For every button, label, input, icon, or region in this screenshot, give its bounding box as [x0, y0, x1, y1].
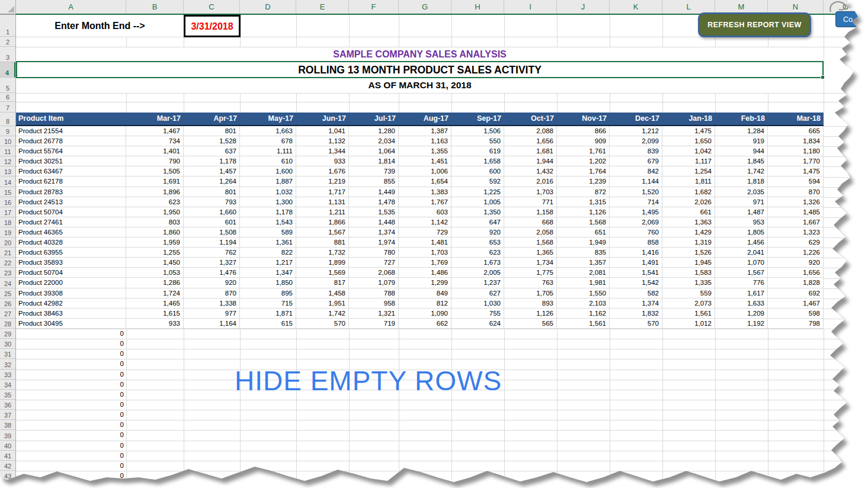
value-cell[interactable]: 559: [662, 288, 715, 298]
value-cell[interactable]: 855: [349, 176, 399, 187]
row-header-26[interactable]: 26: [0, 298, 15, 309]
value-cell[interactable]: 1,387: [399, 126, 451, 136]
row-header-9[interactable]: 9: [0, 126, 15, 136]
value-cell[interactable]: 615: [240, 319, 296, 329]
row-header-32[interactable]: 32: [0, 359, 15, 369]
value-cell[interactable]: 1,506: [451, 126, 504, 136]
value-cell[interactable]: 1,448: [349, 217, 399, 227]
product-cell[interactable]: Product 50704: [16, 207, 126, 217]
value-cell[interactable]: 842: [610, 166, 662, 176]
value-cell[interactable]: 1,633: [715, 298, 768, 309]
value-cell[interactable]: 1,818: [715, 176, 768, 187]
value-cell[interactable]: 1,209: [715, 309, 768, 319]
value-cell[interactable]: 870: [768, 187, 824, 197]
row-header-3[interactable]: 3: [0, 47, 15, 62]
value-cell[interactable]: 1,481: [399, 237, 451, 248]
value-cell[interactable]: 1,315: [557, 197, 610, 207]
value-cell[interactable]: 858: [610, 237, 662, 248]
value-cell[interactable]: 692: [768, 288, 824, 298]
value-cell[interactable]: 1,467: [768, 298, 824, 309]
table-header-cell[interactable]: May-17: [240, 113, 296, 125]
value-cell[interactable]: 2,073: [662, 298, 715, 309]
value-cell[interactable]: 1,828: [768, 278, 824, 288]
value-cell[interactable]: 1,569: [296, 268, 349, 278]
value-cell[interactable]: 565: [504, 319, 557, 329]
value-cell[interactable]: 1,475: [768, 166, 824, 176]
select-all-corner[interactable]: [0, 0, 16, 15]
value-cell[interactable]: 872: [557, 187, 610, 197]
value-cell[interactable]: 1,734: [504, 258, 557, 268]
table-header-cell[interactable]: Mar-17: [126, 113, 184, 125]
value-cell[interactable]: 1,767: [399, 197, 451, 207]
value-cell[interactable]: 1,344: [296, 146, 349, 156]
value-cell[interactable]: 1,142: [399, 217, 451, 227]
value-cell[interactable]: 1,742: [715, 166, 768, 176]
value-cell[interactable]: 953: [715, 217, 768, 227]
value-cell[interactable]: 1,656: [504, 136, 557, 146]
value-cell[interactable]: 971: [715, 197, 768, 207]
column-header-I[interactable]: I: [504, 0, 557, 14]
column-header-F[interactable]: F: [349, 0, 399, 14]
column-header-J[interactable]: J: [557, 0, 610, 14]
value-cell[interactable]: 2,103: [557, 298, 610, 309]
value-cell[interactable]: 1,456: [715, 237, 768, 248]
row-header-7[interactable]: 7: [0, 102, 15, 113]
value-cell[interactable]: 1,053: [126, 268, 184, 278]
value-cell[interactable]: 909: [557, 136, 610, 146]
table-header-cell[interactable]: Sep-17: [451, 113, 504, 125]
value-cell[interactable]: 589: [240, 227, 296, 237]
value-cell[interactable]: 788: [349, 288, 399, 298]
row-header-11[interactable]: 11: [0, 146, 15, 156]
value-cell[interactable]: 1,467: [126, 126, 184, 136]
table-header-cell[interactable]: Dec-17: [610, 113, 662, 125]
value-cell[interactable]: 1,981: [557, 278, 610, 288]
value-cell[interactable]: 1,717: [296, 187, 349, 197]
value-cell[interactable]: 1,212: [610, 126, 662, 136]
value-cell[interactable]: 1,162: [557, 309, 610, 319]
value-cell[interactable]: 2,034: [349, 136, 399, 146]
value-cell[interactable]: 2,041: [715, 248, 768, 258]
product-cell[interactable]: Product 63955: [16, 248, 126, 258]
month-end-date-cell[interactable]: 3/31/2018: [184, 15, 241, 37]
value-cell[interactable]: 1,041: [296, 126, 349, 136]
value-cell[interactable]: 1,006: [399, 166, 451, 176]
value-cell[interactable]: 1,899: [296, 258, 349, 268]
value-cell[interactable]: 2,026: [662, 197, 715, 207]
value-cell[interactable]: 817: [296, 278, 349, 288]
refresh-report-view-button[interactable]: REFRESH REPORT VIEW: [698, 12, 811, 37]
value-cell[interactable]: 600: [451, 166, 504, 176]
value-cell[interactable]: 1,850: [240, 278, 296, 288]
value-cell[interactable]: 1,226: [768, 248, 824, 258]
table-header-cell[interactable]: Aug-17: [399, 113, 451, 125]
value-cell[interactable]: 1,180: [768, 146, 824, 156]
row-header-38[interactable]: 38: [0, 420, 15, 430]
column-header-G[interactable]: G: [399, 0, 451, 14]
product-cell[interactable]: Product 42982: [16, 298, 126, 309]
value-cell[interactable]: 977: [184, 309, 240, 319]
zero-cell[interactable]: 0: [16, 339, 124, 349]
row-header-20[interactable]: 20: [0, 237, 15, 248]
value-cell[interactable]: 798: [768, 319, 824, 329]
value-cell[interactable]: 1,478: [349, 197, 399, 207]
value-cell[interactable]: 1,663: [240, 126, 296, 136]
value-cell[interactable]: 1,457: [184, 166, 240, 176]
product-cell[interactable]: Product 39308: [16, 288, 126, 298]
value-cell[interactable]: 603: [399, 207, 451, 217]
value-cell[interactable]: 1,950: [126, 207, 184, 217]
value-cell[interactable]: 1,219: [296, 176, 349, 187]
row-header-30[interactable]: 30: [0, 339, 15, 349]
value-cell[interactable]: 1,255: [126, 248, 184, 258]
value-cell[interactable]: 1,451: [399, 156, 451, 166]
table-header-cell[interactable]: Oct-17: [504, 113, 557, 125]
value-cell[interactable]: 1,742: [296, 309, 349, 319]
value-cell[interactable]: 719: [349, 319, 399, 329]
value-cell[interactable]: 1,949: [557, 237, 610, 248]
value-cell[interactable]: 2,005: [451, 268, 504, 278]
table-header-cell[interactable]: Product Item: [16, 113, 126, 125]
value-cell[interactable]: 1,030: [451, 298, 504, 309]
value-cell[interactable]: 1,286: [126, 278, 184, 288]
value-cell[interactable]: 1,974: [349, 237, 399, 248]
row-header-36[interactable]: 36: [0, 400, 15, 410]
value-cell[interactable]: 1,487: [715, 207, 768, 217]
value-cell[interactable]: 801: [184, 126, 240, 136]
